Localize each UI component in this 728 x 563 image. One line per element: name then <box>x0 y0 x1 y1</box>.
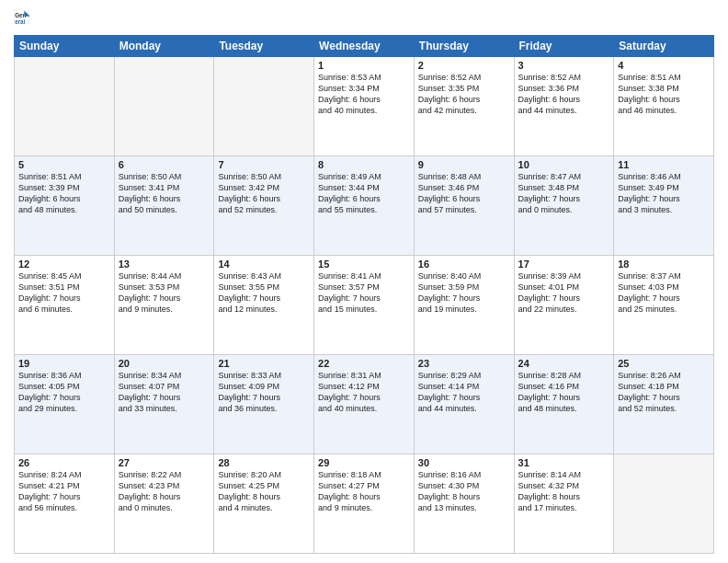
day-info: Sunrise: 8:28 AM Sunset: 4:16 PM Dayligh… <box>518 370 610 415</box>
day-info: Sunrise: 8:47 AM Sunset: 3:48 PM Dayligh… <box>518 171 610 216</box>
day-number: 30 <box>418 457 510 468</box>
day-info: Sunrise: 8:41 AM Sunset: 3:57 PM Dayligh… <box>318 270 410 316</box>
calendar-cell: 24Sunrise: 8:28 AM Sunset: 4:16 PM Dayli… <box>514 355 614 454</box>
day-info: Sunrise: 8:18 AM Sunset: 4:27 PM Dayligh… <box>318 469 410 514</box>
day-number: 23 <box>418 358 510 369</box>
calendar-cell: 1Sunrise: 8:53 AM Sunset: 3:34 PM Daylig… <box>314 57 415 156</box>
day-info: Sunrise: 8:14 AM Sunset: 4:32 PM Dayligh… <box>518 469 610 514</box>
calendar-week-row: 5Sunrise: 8:51 AM Sunset: 3:39 PM Daylig… <box>15 156 714 256</box>
calendar-cell: 25Sunrise: 8:26 AM Sunset: 4:18 PM Dayli… <box>614 355 714 454</box>
day-info: Sunrise: 8:45 AM Sunset: 3:51 PM Dayligh… <box>18 270 110 316</box>
day-number: 25 <box>618 358 710 369</box>
col-tuesday: Tuesday <box>214 36 314 57</box>
day-number: 4 <box>618 60 710 71</box>
day-number: 7 <box>218 159 310 170</box>
calendar-cell: 5Sunrise: 8:51 AM Sunset: 3:39 PM Daylig… <box>15 156 115 256</box>
calendar-cell: 4Sunrise: 8:51 AM Sunset: 3:38 PM Daylig… <box>614 57 714 156</box>
calendar-cell: 11Sunrise: 8:46 AM Sunset: 3:49 PM Dayli… <box>614 156 714 256</box>
day-number: 19 <box>18 358 110 369</box>
day-info: Sunrise: 8:44 AM Sunset: 3:53 PM Dayligh… <box>119 270 210 316</box>
day-info: Sunrise: 8:22 AM Sunset: 4:23 PM Dayligh… <box>119 469 210 514</box>
day-info: Sunrise: 8:39 AM Sunset: 4:01 PM Dayligh… <box>518 270 610 316</box>
day-number: 18 <box>618 259 710 270</box>
calendar-cell: 28Sunrise: 8:20 AM Sunset: 4:25 PM Dayli… <box>214 454 314 554</box>
calendar-week-row: 1Sunrise: 8:53 AM Sunset: 3:34 PM Daylig… <box>15 57 714 156</box>
calendar-cell: 13Sunrise: 8:44 AM Sunset: 3:53 PM Dayli… <box>114 256 214 355</box>
calendar-cell: 30Sunrise: 8:16 AM Sunset: 4:30 PM Dayli… <box>414 454 514 554</box>
calendar-cell: 16Sunrise: 8:40 AM Sunset: 3:59 PM Dayli… <box>414 256 514 355</box>
day-number: 2 <box>418 60 510 71</box>
day-number: 1 <box>318 60 410 71</box>
day-number: 31 <box>518 457 610 468</box>
day-info: Sunrise: 8:50 AM Sunset: 3:41 PM Dayligh… <box>119 171 210 216</box>
day-info: Sunrise: 8:53 AM Sunset: 3:34 PM Dayligh… <box>318 72 410 117</box>
day-number: 28 <box>218 457 310 468</box>
day-info: Sunrise: 8:31 AM Sunset: 4:12 PM Dayligh… <box>318 370 410 415</box>
day-info: Sunrise: 8:46 AM Sunset: 3:49 PM Dayligh… <box>618 171 710 216</box>
day-info: Sunrise: 8:51 AM Sunset: 3:39 PM Dayligh… <box>18 171 110 216</box>
day-number: 13 <box>119 259 210 270</box>
col-monday: Monday <box>114 36 214 57</box>
calendar-cell: 26Sunrise: 8:24 AM Sunset: 4:21 PM Dayli… <box>15 454 115 554</box>
calendar-cell: 29Sunrise: 8:18 AM Sunset: 4:27 PM Dayli… <box>314 454 415 554</box>
logo: Gen eral <box>14 9 32 29</box>
calendar-week-row: 12Sunrise: 8:45 AM Sunset: 3:51 PM Dayli… <box>15 256 714 355</box>
page: Gen eral Sunday Monday Tuesday Wednesday… <box>0 0 728 563</box>
day-info: Sunrise: 8:40 AM Sunset: 3:59 PM Dayligh… <box>418 270 510 316</box>
col-friday: Friday <box>514 36 614 57</box>
col-sunday: Sunday <box>15 36 115 57</box>
calendar-cell: 22Sunrise: 8:31 AM Sunset: 4:12 PM Dayli… <box>314 355 415 454</box>
day-number: 17 <box>518 259 610 270</box>
day-number: 16 <box>418 259 510 270</box>
day-number: 20 <box>119 358 210 369</box>
col-saturday: Saturday <box>614 36 714 57</box>
day-info: Sunrise: 8:16 AM Sunset: 4:30 PM Dayligh… <box>418 469 510 514</box>
col-wednesday: Wednesday <box>314 36 415 57</box>
calendar-cell <box>15 57 115 156</box>
day-info: Sunrise: 8:52 AM Sunset: 3:35 PM Dayligh… <box>418 72 510 117</box>
calendar-week-row: 26Sunrise: 8:24 AM Sunset: 4:21 PM Dayli… <box>15 454 714 554</box>
day-info: Sunrise: 8:20 AM Sunset: 4:25 PM Dayligh… <box>218 469 310 514</box>
day-info: Sunrise: 8:49 AM Sunset: 3:44 PM Dayligh… <box>318 171 410 216</box>
day-number: 24 <box>518 358 610 369</box>
day-info: Sunrise: 8:26 AM Sunset: 4:18 PM Dayligh… <box>618 370 710 415</box>
day-number: 11 <box>618 159 710 170</box>
day-number: 22 <box>318 358 410 369</box>
day-info: Sunrise: 8:51 AM Sunset: 3:38 PM Dayligh… <box>618 72 710 117</box>
calendar-cell: 31Sunrise: 8:14 AM Sunset: 4:32 PM Dayli… <box>514 454 614 554</box>
calendar-cell: 14Sunrise: 8:43 AM Sunset: 3:55 PM Dayli… <box>214 256 314 355</box>
calendar-cell <box>614 454 714 554</box>
calendar-cell: 23Sunrise: 8:29 AM Sunset: 4:14 PM Dayli… <box>414 355 514 454</box>
calendar-cell: 6Sunrise: 8:50 AM Sunset: 3:41 PM Daylig… <box>114 156 214 256</box>
day-info: Sunrise: 8:33 AM Sunset: 4:09 PM Dayligh… <box>218 370 310 415</box>
header: Gen eral <box>14 9 714 29</box>
calendar-cell: 12Sunrise: 8:45 AM Sunset: 3:51 PM Dayli… <box>15 256 115 355</box>
day-number: 14 <box>218 259 310 270</box>
day-info: Sunrise: 8:43 AM Sunset: 3:55 PM Dayligh… <box>218 270 310 316</box>
logo-icon: Gen eral <box>14 9 30 29</box>
calendar-cell: 17Sunrise: 8:39 AM Sunset: 4:01 PM Dayli… <box>514 256 614 355</box>
col-thursday: Thursday <box>414 36 514 57</box>
calendar-week-row: 19Sunrise: 8:36 AM Sunset: 4:05 PM Dayli… <box>15 355 714 454</box>
day-info: Sunrise: 8:50 AM Sunset: 3:42 PM Dayligh… <box>218 171 310 216</box>
calendar-cell <box>114 57 214 156</box>
day-number: 12 <box>18 259 110 270</box>
calendar-header-row: Sunday Monday Tuesday Wednesday Thursday… <box>15 36 714 57</box>
day-number: 27 <box>119 457 210 468</box>
day-number: 5 <box>18 159 110 170</box>
day-number: 29 <box>318 457 410 468</box>
day-number: 21 <box>218 358 310 369</box>
day-number: 15 <box>318 259 410 270</box>
calendar-cell: 18Sunrise: 8:37 AM Sunset: 4:03 PM Dayli… <box>614 256 714 355</box>
day-number: 8 <box>318 159 410 170</box>
calendar-cell: 8Sunrise: 8:49 AM Sunset: 3:44 PM Daylig… <box>314 156 415 256</box>
day-number: 6 <box>119 159 210 170</box>
day-number: 10 <box>518 159 610 170</box>
calendar-cell: 2Sunrise: 8:52 AM Sunset: 3:35 PM Daylig… <box>414 57 514 156</box>
day-info: Sunrise: 8:29 AM Sunset: 4:14 PM Dayligh… <box>418 370 510 415</box>
day-number: 9 <box>418 159 510 170</box>
day-number: 3 <box>518 60 610 71</box>
day-info: Sunrise: 8:48 AM Sunset: 3:46 PM Dayligh… <box>418 171 510 216</box>
calendar-cell: 10Sunrise: 8:47 AM Sunset: 3:48 PM Dayli… <box>514 156 614 256</box>
calendar-cell <box>214 57 314 156</box>
